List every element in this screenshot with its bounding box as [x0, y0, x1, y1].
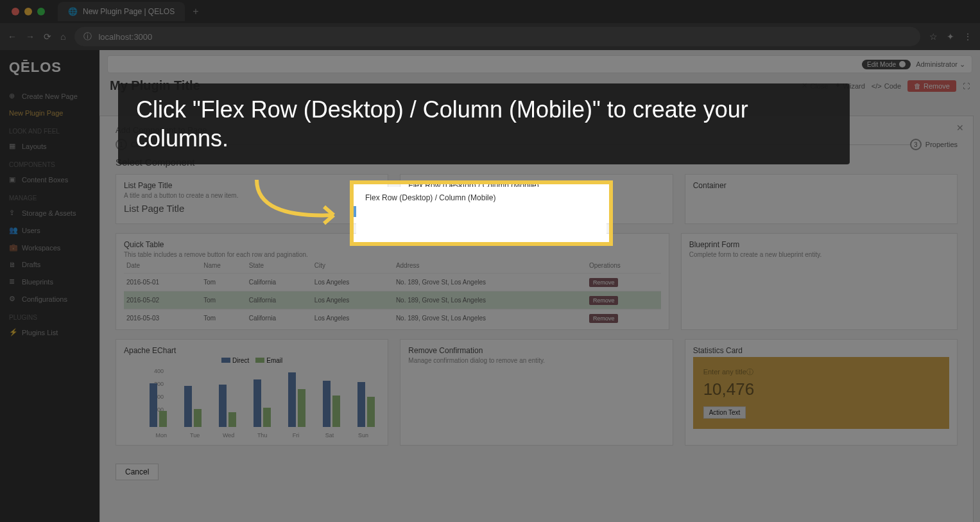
sidebar-workspaces[interactable]: 💼Workspaces [0, 239, 99, 256]
step-3[interactable]: 3Properties [910, 139, 958, 150]
minimize-window-icon[interactable] [24, 8, 32, 15]
grid-icon: ▦ [9, 142, 17, 150]
bookmark-icon[interactable]: ☆ [929, 31, 938, 42]
card-container[interactable]: Container [685, 174, 958, 224]
url-input[interactable]: ⓘ localhost:3000 [74, 27, 920, 46]
browser-tab[interactable]: 🌐 New Plugin Page | QELOS [58, 2, 185, 21]
create-preview-button: Create [352, 206, 381, 217]
menu-icon[interactable]: ⋮ [963, 31, 972, 42]
legend-direct-icon [221, 358, 230, 363]
reload-button[interactable]: ⟳ [44, 31, 51, 42]
document-icon: 🗎 [9, 261, 17, 268]
storage-icon: ⇪ [9, 209, 17, 217]
quick-table-preview: DateNameStateCityAddressOperations 2016-… [124, 258, 661, 327]
remove-button[interactable]: 🗑Remove [907, 80, 956, 92]
tab-bar: 🌐 New Plugin Page | QELOS + [0, 0, 980, 23]
sidebar-heading-plugins: PLUGINS [0, 308, 99, 324]
sidebar-blueprints[interactable]: ≣Blueprints [0, 273, 99, 290]
logo: QĒLOS [0, 57, 99, 87]
box-icon: ▣ [9, 175, 17, 184]
site-info-icon: ⓘ [83, 31, 92, 42]
briefcase-icon: 💼 [9, 243, 17, 252]
card-flex-row[interactable]: Flex Row (Desktop) / Column (Mobile) [400, 174, 673, 224]
tab-title: New Plugin Page | QELOS [83, 7, 175, 16]
edit-mode-toggle[interactable]: Edit Mode [862, 60, 911, 69]
sidebar-content-boxes[interactable]: ▣Content Boxes [0, 171, 99, 188]
card-apache-echart[interactable]: Apache EChart Direct Email 4003002001000… [116, 339, 388, 446]
stats-preview: Enter any titleⓘ 10,476 Action Text [693, 357, 949, 429]
gear-icon: ⚙ [9, 295, 17, 303]
cancel-button[interactable]: Cancel [116, 464, 159, 480]
sidebar-heading-look-feel: LOOK AND FEEL [0, 121, 99, 137]
card-quick-table[interactable]: Quick Table This table includes a remove… [116, 233, 669, 330]
globe-icon: 🌐 [68, 7, 78, 16]
chart-plot: 4003002001000 MonTueWedThuFriSatSun [144, 368, 380, 439]
back-button[interactable]: ← [8, 31, 17, 42]
trash-icon: 🗑 [914, 82, 921, 90]
stats-action-button: Action Text [703, 406, 746, 419]
user-menu[interactable]: Administrator ⌄ [916, 60, 965, 69]
plus-icon: ⊕ [9, 92, 17, 100]
tutorial-tooltip: Click "Flex Row (Desktop) / Column (Mobi… [118, 83, 850, 164]
sidebar-layouts[interactable]: ▦Layouts [0, 137, 99, 155]
card-remove-confirmation[interactable]: Remove Confirmation Manage confirmation … [400, 339, 673, 446]
sidebar-configurations[interactable]: ⚙Configurations [0, 290, 99, 308]
card-blueprint-form[interactable]: Blueprint Form Complete form to create a… [681, 233, 958, 330]
new-tab-button[interactable]: + [193, 6, 198, 17]
chart-legend: Direct Email [124, 357, 380, 364]
browser-chrome: 🌐 New Plugin Page | QELOS + ← → ⟳ ⌂ ⓘ lo… [0, 0, 980, 50]
sidebar-drafts[interactable]: 🗎Drafts [0, 256, 99, 273]
expand-icon[interactable]: ⛶ [963, 82, 970, 90]
tutorial-arrow-icon [250, 173, 353, 244]
modal-close-button[interactable]: ✕ [956, 123, 964, 133]
url-text: localhost:3000 [98, 32, 152, 42]
help-icon: ⓘ [746, 368, 753, 376]
sidebar-heading-components: COMPONENTS [0, 155, 99, 171]
topbar: Edit Mode Administrator ⌄ [107, 55, 972, 73]
users-icon: 👥 [9, 226, 17, 234]
add-component-modal: ✕ Add Component to Page 1Component 3Prop… [99, 116, 974, 522]
blueprint-icon: ≣ [9, 277, 17, 286]
legend-email-icon [255, 358, 264, 363]
address-bar: ← → ⟳ ⌂ ⓘ localhost:3000 ☆ ✦ ⋮ [0, 23, 980, 50]
code-button[interactable]: </>Code [872, 82, 901, 90]
close-window-icon[interactable] [12, 8, 19, 15]
toggle-knob-icon [899, 61, 906, 67]
sidebar-new-plugin-page[interactable]: New Plugin Page [0, 105, 99, 121]
home-button[interactable]: ⌂ [60, 31, 65, 42]
sidebar-users[interactable]: 👥Users [0, 222, 99, 239]
sidebar: QĒLOS ⊕Create New Page New Plugin Page L… [0, 50, 99, 522]
chevron-down-icon: ⌄ [959, 60, 965, 68]
component-cards-row2: Quick Table This table includes a remove… [116, 233, 958, 330]
sidebar-plugins-list[interactable]: ⚡Plugins List [0, 324, 99, 341]
maximize-window-icon[interactable] [37, 8, 45, 15]
forward-button[interactable]: → [26, 31, 35, 42]
component-cards-row3: Apache EChart Direct Email 4003002001000… [116, 339, 958, 446]
extensions-icon[interactable]: ✦ [947, 31, 954, 42]
sidebar-storage[interactable]: ⇪Storage & Assets [0, 204, 99, 222]
sidebar-heading-manage: MANAGE [0, 188, 99, 204]
window-controls [5, 8, 51, 15]
code-icon: </> [872, 82, 882, 90]
component-cards-row1: List Page Title A title and a button to … [116, 174, 958, 224]
card-statistics-card[interactable]: Statistics Card Enter any titleⓘ 10,476 … [685, 339, 958, 446]
sidebar-create-new-page[interactable]: ⊕Create New Page [0, 87, 99, 105]
plugin-icon: ⚡ [9, 328, 17, 336]
